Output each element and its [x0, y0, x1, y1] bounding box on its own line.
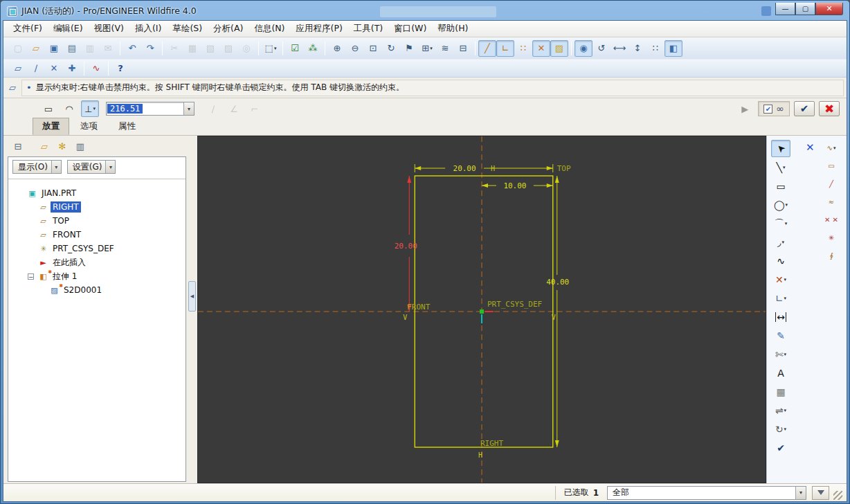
menu-view[interactable]: 视图(V) — [89, 21, 129, 37]
refit-button[interactable]: ⊡▾ — [364, 40, 382, 57]
dim-height-text[interactable]: 40.00 — [546, 278, 569, 287]
tree-item-part[interactable]: ▣ JIAN.PRT — [14, 186, 186, 200]
flyout-rect-tool[interactable]: ▭▾ — [824, 159, 839, 172]
tab-options[interactable]: 选项 — [71, 118, 107, 135]
flyout-arrow-icon[interactable]: ▾ — [784, 426, 787, 432]
line-tool[interactable]: ╲▾ — [771, 159, 790, 176]
copy-button[interactable]: ▦▾ — [183, 40, 201, 57]
flyout-arrow-icon[interactable]: ▾ — [784, 296, 787, 301]
circle-tool[interactable]: ◯▾ — [771, 196, 790, 213]
minimize-button[interactable]: — — [775, 3, 795, 15]
dash-perp-button[interactable]: ⊥▾ — [81, 100, 99, 117]
tree-item-extrude[interactable]: − ◧ 拉伸 1 — [14, 269, 186, 283]
tree-item-sketch[interactable]: ▨ S2D0001 — [14, 283, 186, 297]
close-button[interactable]: ✕ — [815, 3, 843, 15]
zoom-out-button[interactable]: ⊖▾ — [346, 40, 364, 57]
layers-button[interactable]: ≋▾ — [436, 40, 454, 57]
menu-insert[interactable]: 插入(I) — [129, 21, 167, 37]
menu-info[interactable]: 信息(N) — [248, 21, 290, 37]
mirror-tool[interactable]: ⇌▾ — [771, 402, 790, 419]
menu-edit[interactable]: 编辑(E) — [48, 21, 89, 37]
flyout-points-tool[interactable]: ✕ ✕▾ — [824, 213, 839, 226]
filter-funnel-button[interactable] — [812, 486, 829, 500]
menu-analysis[interactable]: 分析(A) — [208, 21, 248, 37]
shade-display-toggle[interactable]: ▨▾ — [550, 40, 568, 57]
fit-height-button[interactable]: ↕▾ — [629, 40, 646, 57]
trim-tool[interactable]: ✄▾ — [771, 345, 790, 363]
flyout-arrow-icon[interactable]: ▾ — [430, 46, 433, 51]
flyout-chain-tool[interactable]: ∮▾ — [824, 249, 839, 262]
save-button[interactable]: ▣▾ — [45, 40, 63, 57]
fit-width-button[interactable]: ⟷▾ — [611, 40, 629, 57]
flyout-arrow-icon[interactable]: ▾ — [786, 202, 788, 208]
dash-angle-button[interactable]: ∠▾ — [225, 100, 243, 117]
vertex-display-toggle[interactable]: ✕▾ — [532, 40, 550, 57]
use-edge-tool[interactable]: ∟▾ — [771, 289, 790, 307]
tree-expander[interactable]: − — [28, 273, 34, 280]
flyout-arrow-icon[interactable]: ▾ — [785, 221, 788, 226]
view-manager-button[interactable]: ⊟▾ — [454, 40, 472, 57]
palette-tool[interactable]: ▦▾ — [771, 383, 790, 400]
select-tool[interactable]: ➤▾ — [771, 140, 790, 157]
tree-item-top[interactable]: ▱ TOP — [14, 214, 186, 228]
flyout-arrow-icon[interactable]: ▾ — [784, 352, 787, 357]
menu-file[interactable]: 文件(F) — [8, 21, 48, 37]
flyout-burst-tool[interactable]: ✳▾ — [824, 231, 839, 244]
sketch-orient-button[interactable]: ◧▾ — [664, 40, 682, 57]
flyout-line-tool[interactable]: ╱▾ — [824, 177, 839, 190]
preview-checkbox[interactable]: ✔ — [763, 105, 772, 114]
text-tool[interactable]: A▾ — [771, 364, 790, 381]
tab-placement[interactable]: 放置 — [33, 118, 69, 135]
sketcher-diagnostics-button[interactable]: ☑▾ — [286, 40, 304, 57]
dash-arc-button[interactable]: ◠▾ — [60, 100, 78, 117]
constraint-display-toggle[interactable]: ∟▾ — [496, 40, 514, 57]
grid-snap-button[interactable]: ∷▾ — [646, 40, 664, 57]
tree-item-label[interactable]: JIAN.PRT — [39, 188, 78, 199]
grid-display-toggle[interactable]: ∷▾ — [514, 40, 532, 57]
sketch-svg[interactable]: 20.00 H 10.00 20.00 40.00 — [198, 136, 766, 483]
tree-item-right[interactable]: ▱ RIGHT — [14, 200, 186, 214]
sketch-canvas[interactable]: 20.00 H 10.00 20.00 40.00 — [197, 136, 766, 483]
modify-tool[interactable]: ✎▾ — [771, 327, 790, 344]
dim-offset-text[interactable]: 10.00 — [503, 181, 526, 190]
flyout-arrow-icon[interactable]: ▾ — [833, 145, 836, 151]
regenerate-button[interactable]: ↺▾ — [593, 40, 611, 57]
select-box-button[interactable]: ⬚▾ — [262, 40, 280, 57]
rectangle-tool[interactable]: ▭▾ — [771, 177, 790, 195]
flyout-spline-tool[interactable]: ∿▾ — [824, 141, 839, 154]
shade-closed-loops-button[interactable]: ⁂▾ — [304, 40, 322, 57]
menu-sketch[interactable]: 草绘(S) — [167, 21, 208, 37]
cut-button[interactable]: ✂▾ — [165, 40, 183, 57]
selection-filter-combo[interactable]: 全部 ▾ — [607, 486, 806, 500]
dim-width-text[interactable]: 20.00 — [453, 164, 476, 173]
tree-filter-button[interactable]: ▥▾ — [71, 138, 89, 154]
datum-points-toggle[interactable]: ✕▾ — [45, 60, 63, 77]
done-button[interactable]: ✔▾ — [771, 439, 790, 456]
origin-point[interactable] — [480, 309, 484, 314]
datum-axes-toggle[interactable]: ∕▾ — [27, 60, 45, 77]
tree-favorites-button[interactable]: ✻▾ — [53, 138, 71, 154]
value-dropdown-button[interactable]: ▾ — [183, 102, 194, 115]
chevron-down-icon[interactable]: ▾ — [51, 161, 61, 173]
tree-switch-button[interactable]: ⊟▾ — [9, 138, 27, 154]
mail-button[interactable]: ✉▾ — [99, 40, 117, 57]
context-help-button[interactable]: ?▾ — [111, 60, 129, 77]
dash-corner-button[interactable]: ⌐▾ — [246, 100, 264, 117]
titlebar[interactable]: JIAN (活动的) - Pro/ENGINEER Wildfire 4.0 —… — [3, 3, 847, 20]
tree-item-label[interactable]: TOP — [51, 215, 71, 226]
tree-item-label[interactable]: 在此插入 — [51, 256, 88, 269]
menu-help[interactable]: 帮助(H) — [432, 21, 473, 37]
dim-display-toggle[interactable]: ╱▾ — [478, 40, 496, 57]
zoom-in-button[interactable]: ⊕▾ — [328, 40, 346, 57]
dimension-tool[interactable]: ↔▾ — [771, 308, 790, 325]
datum-csys-toggle[interactable]: ✚▾ — [63, 60, 81, 77]
print-button[interactable]: ▤▾ — [63, 40, 81, 57]
tree-show-folder-button[interactable]: ▱▾ — [35, 138, 53, 154]
resize-grip[interactable] — [833, 491, 842, 500]
dimension-value-input[interactable]: 216.51 ▾ — [106, 102, 195, 116]
menu-tools[interactable]: 工具(T) — [348, 21, 388, 37]
style-tool-button[interactable]: ∿▾ — [87, 60, 105, 77]
dash-rect-button[interactable]: ▭▾ — [39, 100, 57, 117]
close-x-button[interactable]: ✕ — [806, 141, 815, 154]
print-related-button[interactable]: ▥▾ — [81, 40, 99, 57]
